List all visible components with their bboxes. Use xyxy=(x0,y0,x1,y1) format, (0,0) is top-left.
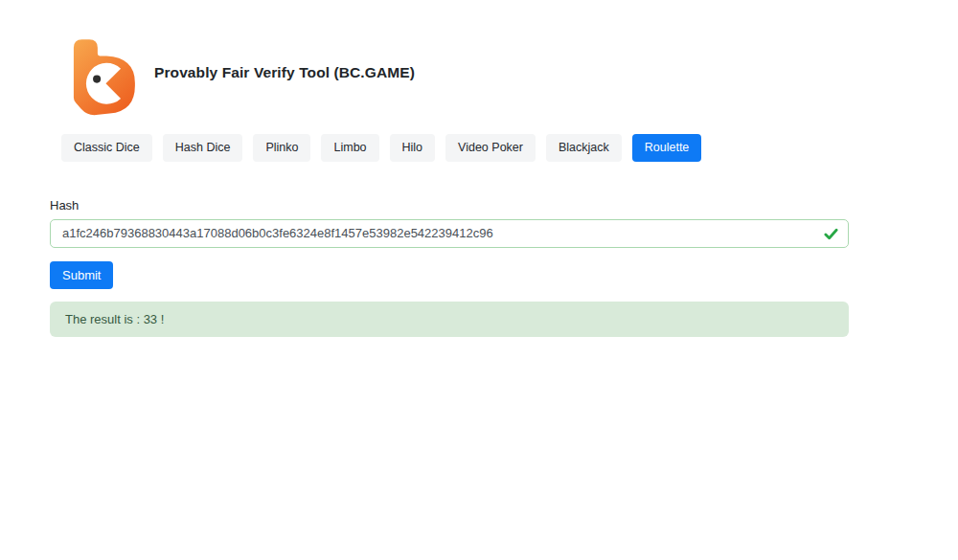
submit-button[interactable]: Submit xyxy=(50,261,113,289)
tab-blackjack[interactable]: Blackjack xyxy=(546,134,622,162)
tab-limbo[interactable]: Limbo xyxy=(321,134,378,162)
hash-input-wrap xyxy=(50,219,849,248)
page: Provably Fair Verify Tool (BC.GAME) Clas… xyxy=(0,0,958,560)
verify-form: Hash Submit The result is : 33 ! xyxy=(50,198,849,337)
hash-label: Hash xyxy=(50,198,849,213)
tab-hilo[interactable]: Hilo xyxy=(390,134,436,162)
result-alert: The result is : 33 ! xyxy=(50,302,849,337)
bcgame-logo-icon xyxy=(63,34,138,118)
hash-input[interactable] xyxy=(50,219,849,248)
tab-video-poker[interactable]: Video Poker xyxy=(445,134,536,162)
tab-classic-dice[interactable]: Classic Dice xyxy=(61,134,152,162)
tab-hash-dice[interactable]: Hash Dice xyxy=(163,134,243,162)
tab-plinko[interactable]: Plinko xyxy=(253,134,310,162)
page-title: Provably Fair Verify Tool (BC.GAME) xyxy=(154,64,415,81)
game-tabs: Classic Dice Hash Dice Plinko Limbo Hilo… xyxy=(61,134,958,162)
tab-roulette[interactable]: Roulette xyxy=(632,134,702,162)
header: Provably Fair Verify Tool (BC.GAME) xyxy=(0,0,958,118)
